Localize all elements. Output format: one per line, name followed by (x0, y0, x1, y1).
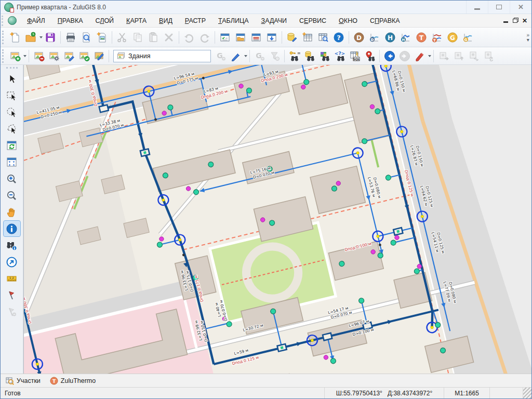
find-by-address-button[interactable] (362, 49, 377, 63)
zoom-in-button[interactable] (4, 171, 20, 187)
toolbar-overflow-button[interactable]: »▾ (526, 33, 531, 42)
toolbar-grip[interactable] (6, 67, 18, 69)
pan-tool-button[interactable] (4, 204, 20, 220)
goto-tool-button[interactable] (4, 254, 20, 270)
mdi-restore-icon[interactable] (513, 19, 517, 23)
document-icon (8, 16, 17, 25)
layer-toolbar: Здания G G = <?> SQL (1, 47, 531, 65)
tab-zuluthermo[interactable]: T ZuluThermo (47, 375, 101, 387)
select-rect-tool-button[interactable] (4, 88, 20, 103)
draw-pen-button[interactable] (228, 49, 243, 63)
new-table-button[interactable] (300, 30, 315, 45)
new-raster-button[interactable] (94, 30, 110, 45)
sync-fragment-button[interactable] (481, 49, 496, 63)
menu-item[interactable]: КАРТА (120, 15, 153, 26)
layer-visibility-button[interactable] (76, 49, 91, 63)
menu-item[interactable]: РАСТР (179, 15, 212, 26)
layer-quick-edit-button[interactable] (91, 49, 107, 63)
resize-grip[interactable] (523, 388, 531, 398)
active-layer-combobox[interactable]: Здания (113, 50, 211, 62)
find-in-database-button[interactable] (302, 49, 317, 63)
menu-item[interactable]: ТАБЛИЦА (212, 15, 255, 26)
maximize-button[interactable] (488, 1, 510, 14)
find-info-tool-button[interactable] (4, 237, 20, 253)
zulu-h-button[interactable]: H (382, 30, 398, 45)
find-by-expression-button[interactable]: <?> (332, 49, 347, 63)
menu-grip[interactable] (2, 16, 5, 26)
latitude-value: Ш:55.79750413° (336, 390, 382, 397)
legend-window-button[interactable] (248, 30, 264, 45)
zulu-g-chart-button[interactable]: G (460, 30, 476, 45)
group-off-button[interactable]: G (252, 49, 267, 63)
map-canvas[interactable]: L=411.05 мD=0.250 мL=96.54 мD=0.175 мDпо… (24, 65, 531, 374)
zoom-out-button[interactable] (4, 188, 20, 203)
zulu-t-button[interactable]: T (414, 30, 429, 45)
toolbar-grip[interactable] (2, 49, 6, 63)
menu-item[interactable]: ОКНО (332, 15, 364, 26)
zulu-d-chart-button[interactable]: D (367, 30, 382, 45)
sql-query-button[interactable]: SQL (347, 49, 362, 63)
select-tool-button[interactable] (4, 71, 20, 87)
task-list-window-button[interactable] (217, 30, 233, 45)
group-select-off-button[interactable]: G (213, 49, 228, 63)
undo-button[interactable] (181, 30, 197, 45)
copy-button[interactable] (130, 30, 145, 45)
open-map-button[interactable] (23, 30, 38, 45)
tab-uchastki[interactable]: Участки (3, 375, 46, 387)
back-button[interactable] (382, 49, 397, 63)
database-editor-button[interactable] (284, 30, 300, 45)
delete-button[interactable] (161, 30, 177, 45)
new-document-button[interactable] (7, 30, 23, 45)
menu-item[interactable]: СЕРВИС (293, 15, 332, 26)
flag-tool-button[interactable] (4, 287, 20, 303)
filter-button[interactable] (267, 49, 282, 63)
paste-button[interactable] (145, 30, 161, 45)
add-layer-caret-icon[interactable] (23, 55, 26, 57)
menu-item[interactable]: ВИД (153, 15, 179, 26)
remove-layer-button[interactable] (31, 49, 46, 63)
layer-edit-button[interactable] (61, 49, 76, 63)
toolbar-grip[interactable] (2, 31, 6, 44)
find-by-key-button[interactable]: = (287, 49, 302, 63)
menu-item[interactable]: СПРАВКА (364, 15, 406, 26)
forward-button[interactable] (397, 49, 412, 63)
print-preview-button[interactable] (78, 30, 94, 45)
menu-item[interactable]: ЗАДАЧИ (255, 15, 293, 26)
cut-button[interactable] (114, 30, 130, 45)
zulu-h-chart-button[interactable]: H (398, 30, 414, 45)
help-button[interactable]: ? (331, 30, 347, 45)
import-fragment-button[interactable] (451, 49, 466, 63)
info-tool-button[interactable] (4, 221, 20, 236)
redo-button[interactable] (197, 30, 212, 45)
navigator-window-button[interactable] (264, 30, 280, 45)
measure-tool-button[interactable]: 1 2 (4, 271, 20, 286)
marker-pen-button[interactable] (412, 49, 427, 63)
select-polygon-tool-button[interactable] (4, 121, 20, 137)
zoom-extent-button[interactable] (4, 154, 20, 170)
menu-item[interactable]: ПРАВКА (51, 15, 89, 26)
project-window-button[interactable] (233, 30, 248, 45)
menu-item[interactable]: СЛОЙ (89, 15, 121, 26)
flag-off-tool-button[interactable] (4, 304, 20, 320)
link-fragment-button[interactable] (466, 49, 481, 63)
add-layer-button[interactable] (7, 49, 22, 63)
zulu-g-button[interactable]: G (445, 30, 460, 45)
print-button[interactable] (63, 30, 78, 45)
map-viewport[interactable]: L=411.05 мD=0.250 мL=96.54 мD=0.175 мDпо… (23, 65, 531, 374)
find-by-theme-button[interactable] (317, 49, 332, 63)
table-query-button[interactable] (315, 30, 331, 45)
mdi-minimize-icon[interactable] (503, 21, 508, 23)
mdi-close-icon[interactable]: ✕ (522, 17, 527, 24)
export-fragment-button[interactable] (436, 49, 451, 63)
zulu-d-button[interactable]: D (351, 30, 367, 45)
draw-pen-caret-icon[interactable] (244, 55, 247, 57)
select-circle-tool-button[interactable] (4, 104, 20, 120)
close-button[interactable]: ✕ (510, 1, 531, 14)
refresh-button[interactable] (4, 138, 20, 153)
menu-item[interactable]: ФАЙЛ (21, 15, 51, 26)
zulu-t-chart-button[interactable]: T (429, 30, 445, 45)
save-button[interactable] (43, 30, 58, 45)
minimize-button[interactable] (466, 1, 488, 14)
layer-settings-button[interactable] (46, 49, 61, 63)
marker-pen-caret-icon[interactable] (428, 55, 431, 57)
